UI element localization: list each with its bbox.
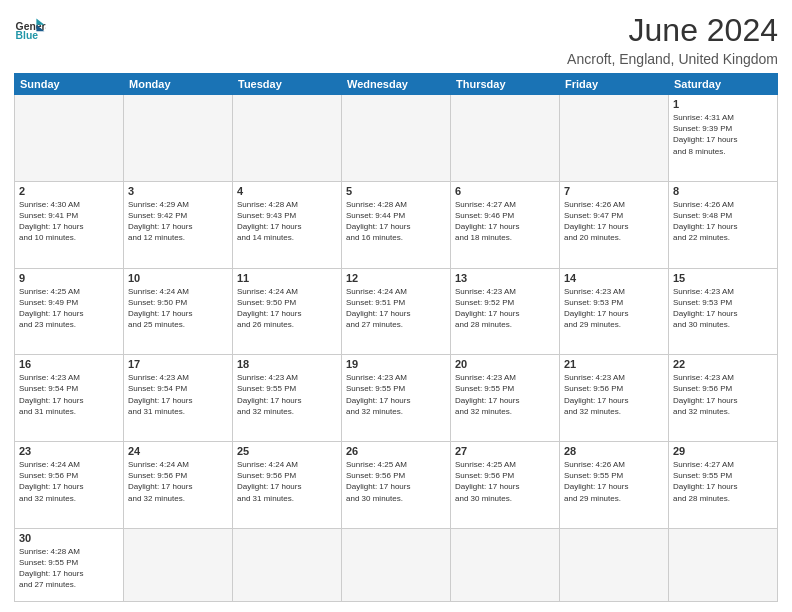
calendar-cell: 12Sunrise: 4:24 AM Sunset: 9:51 PM Dayli… <box>342 268 451 355</box>
calendar-cell: 28Sunrise: 4:26 AM Sunset: 9:55 PM Dayli… <box>560 442 669 529</box>
day-info: Sunrise: 4:24 AM Sunset: 9:56 PM Dayligh… <box>237 459 337 504</box>
calendar-cell: 26Sunrise: 4:25 AM Sunset: 9:56 PM Dayli… <box>342 442 451 529</box>
calendar-cell <box>124 95 233 182</box>
page: General Blue June 2024 Ancroft, England,… <box>0 0 792 612</box>
day-info: Sunrise: 4:23 AM Sunset: 9:54 PM Dayligh… <box>19 372 119 417</box>
day-number: 7 <box>564 185 664 197</box>
calendar-cell: 29Sunrise: 4:27 AM Sunset: 9:55 PM Dayli… <box>669 442 778 529</box>
calendar-cell: 7Sunrise: 4:26 AM Sunset: 9:47 PM Daylig… <box>560 181 669 268</box>
day-number: 6 <box>455 185 555 197</box>
day-number: 20 <box>455 358 555 370</box>
calendar-cell: 24Sunrise: 4:24 AM Sunset: 9:56 PM Dayli… <box>124 442 233 529</box>
calendar-cell <box>560 95 669 182</box>
day-info: Sunrise: 4:26 AM Sunset: 9:47 PM Dayligh… <box>564 199 664 244</box>
day-info: Sunrise: 4:26 AM Sunset: 9:48 PM Dayligh… <box>673 199 773 244</box>
weekday-header-monday: Monday <box>124 74 233 95</box>
calendar-cell: 15Sunrise: 4:23 AM Sunset: 9:53 PM Dayli… <box>669 268 778 355</box>
calendar-cell: 2Sunrise: 4:30 AM Sunset: 9:41 PM Daylig… <box>15 181 124 268</box>
calendar-cell: 18Sunrise: 4:23 AM Sunset: 9:55 PM Dayli… <box>233 355 342 442</box>
day-info: Sunrise: 4:27 AM Sunset: 9:55 PM Dayligh… <box>673 459 773 504</box>
calendar-cell: 17Sunrise: 4:23 AM Sunset: 9:54 PM Dayli… <box>124 355 233 442</box>
day-number: 19 <box>346 358 446 370</box>
day-number: 25 <box>237 445 337 457</box>
day-info: Sunrise: 4:29 AM Sunset: 9:42 PM Dayligh… <box>128 199 228 244</box>
calendar-cell: 19Sunrise: 4:23 AM Sunset: 9:55 PM Dayli… <box>342 355 451 442</box>
generalblue-logo-icon: General Blue <box>14 12 46 44</box>
day-info: Sunrise: 4:23 AM Sunset: 9:56 PM Dayligh… <box>673 372 773 417</box>
day-info: Sunrise: 4:24 AM Sunset: 9:51 PM Dayligh… <box>346 286 446 331</box>
day-number: 8 <box>673 185 773 197</box>
calendar-table: SundayMondayTuesdayWednesdayThursdayFrid… <box>14 73 778 602</box>
calendar-cell: 5Sunrise: 4:28 AM Sunset: 9:44 PM Daylig… <box>342 181 451 268</box>
calendar-cell: 21Sunrise: 4:23 AM Sunset: 9:56 PM Dayli… <box>560 355 669 442</box>
calendar-cell <box>451 528 560 601</box>
day-info: Sunrise: 4:23 AM Sunset: 9:55 PM Dayligh… <box>237 372 337 417</box>
day-info: Sunrise: 4:26 AM Sunset: 9:55 PM Dayligh… <box>564 459 664 504</box>
weekday-header-saturday: Saturday <box>669 74 778 95</box>
day-info: Sunrise: 4:23 AM Sunset: 9:55 PM Dayligh… <box>346 372 446 417</box>
day-number: 23 <box>19 445 119 457</box>
calendar-cell: 1Sunrise: 4:31 AM Sunset: 9:39 PM Daylig… <box>669 95 778 182</box>
calendar-cell <box>560 528 669 601</box>
calendar-week-row: 1Sunrise: 4:31 AM Sunset: 9:39 PM Daylig… <box>15 95 778 182</box>
subtitle: Ancroft, England, United Kingdom <box>567 51 778 67</box>
day-info: Sunrise: 4:23 AM Sunset: 9:52 PM Dayligh… <box>455 286 555 331</box>
day-number: 11 <box>237 272 337 284</box>
day-info: Sunrise: 4:24 AM Sunset: 9:50 PM Dayligh… <box>128 286 228 331</box>
calendar-week-row: 2Sunrise: 4:30 AM Sunset: 9:41 PM Daylig… <box>15 181 778 268</box>
day-info: Sunrise: 4:23 AM Sunset: 9:53 PM Dayligh… <box>564 286 664 331</box>
day-number: 22 <box>673 358 773 370</box>
day-info: Sunrise: 4:30 AM Sunset: 9:41 PM Dayligh… <box>19 199 119 244</box>
calendar-cell: 11Sunrise: 4:24 AM Sunset: 9:50 PM Dayli… <box>233 268 342 355</box>
day-info: Sunrise: 4:31 AM Sunset: 9:39 PM Dayligh… <box>673 112 773 157</box>
day-info: Sunrise: 4:23 AM Sunset: 9:54 PM Dayligh… <box>128 372 228 417</box>
svg-text:Blue: Blue <box>16 30 39 41</box>
day-number: 9 <box>19 272 119 284</box>
calendar-cell <box>233 95 342 182</box>
calendar-week-row: 23Sunrise: 4:24 AM Sunset: 9:56 PM Dayli… <box>15 442 778 529</box>
calendar-cell: 20Sunrise: 4:23 AM Sunset: 9:55 PM Dayli… <box>451 355 560 442</box>
day-number: 5 <box>346 185 446 197</box>
day-number: 16 <box>19 358 119 370</box>
calendar-cell: 8Sunrise: 4:26 AM Sunset: 9:48 PM Daylig… <box>669 181 778 268</box>
header: General Blue June 2024 Ancroft, England,… <box>14 12 778 67</box>
calendar-week-row: 30Sunrise: 4:28 AM Sunset: 9:55 PM Dayli… <box>15 528 778 601</box>
calendar-cell: 16Sunrise: 4:23 AM Sunset: 9:54 PM Dayli… <box>15 355 124 442</box>
day-number: 28 <box>564 445 664 457</box>
weekday-header-wednesday: Wednesday <box>342 74 451 95</box>
day-number: 3 <box>128 185 228 197</box>
day-number: 15 <box>673 272 773 284</box>
day-info: Sunrise: 4:23 AM Sunset: 9:53 PM Dayligh… <box>673 286 773 331</box>
day-number: 14 <box>564 272 664 284</box>
day-number: 27 <box>455 445 555 457</box>
day-info: Sunrise: 4:24 AM Sunset: 9:50 PM Dayligh… <box>237 286 337 331</box>
day-info: Sunrise: 4:24 AM Sunset: 9:56 PM Dayligh… <box>19 459 119 504</box>
weekday-header-sunday: Sunday <box>15 74 124 95</box>
calendar-cell: 14Sunrise: 4:23 AM Sunset: 9:53 PM Dayli… <box>560 268 669 355</box>
calendar-cell <box>15 95 124 182</box>
weekday-header-thursday: Thursday <box>451 74 560 95</box>
calendar-cell <box>669 528 778 601</box>
day-info: Sunrise: 4:25 AM Sunset: 9:56 PM Dayligh… <box>346 459 446 504</box>
day-info: Sunrise: 4:28 AM Sunset: 9:44 PM Dayligh… <box>346 199 446 244</box>
weekday-header-friday: Friday <box>560 74 669 95</box>
day-info: Sunrise: 4:28 AM Sunset: 9:55 PM Dayligh… <box>19 546 119 591</box>
day-number: 18 <box>237 358 337 370</box>
day-info: Sunrise: 4:24 AM Sunset: 9:56 PM Dayligh… <box>128 459 228 504</box>
day-number: 13 <box>455 272 555 284</box>
day-info: Sunrise: 4:23 AM Sunset: 9:56 PM Dayligh… <box>564 372 664 417</box>
calendar-cell <box>451 95 560 182</box>
day-number: 12 <box>346 272 446 284</box>
title-block: June 2024 Ancroft, England, United Kingd… <box>567 12 778 67</box>
day-number: 17 <box>128 358 228 370</box>
day-number: 1 <box>673 98 773 110</box>
calendar-cell: 3Sunrise: 4:29 AM Sunset: 9:42 PM Daylig… <box>124 181 233 268</box>
day-info: Sunrise: 4:27 AM Sunset: 9:46 PM Dayligh… <box>455 199 555 244</box>
day-number: 10 <box>128 272 228 284</box>
calendar-cell: 9Sunrise: 4:25 AM Sunset: 9:49 PM Daylig… <box>15 268 124 355</box>
calendar-cell: 4Sunrise: 4:28 AM Sunset: 9:43 PM Daylig… <box>233 181 342 268</box>
calendar-cell: 23Sunrise: 4:24 AM Sunset: 9:56 PM Dayli… <box>15 442 124 529</box>
weekday-header-row: SundayMondayTuesdayWednesdayThursdayFrid… <box>15 74 778 95</box>
calendar-cell: 25Sunrise: 4:24 AM Sunset: 9:56 PM Dayli… <box>233 442 342 529</box>
day-number: 21 <box>564 358 664 370</box>
